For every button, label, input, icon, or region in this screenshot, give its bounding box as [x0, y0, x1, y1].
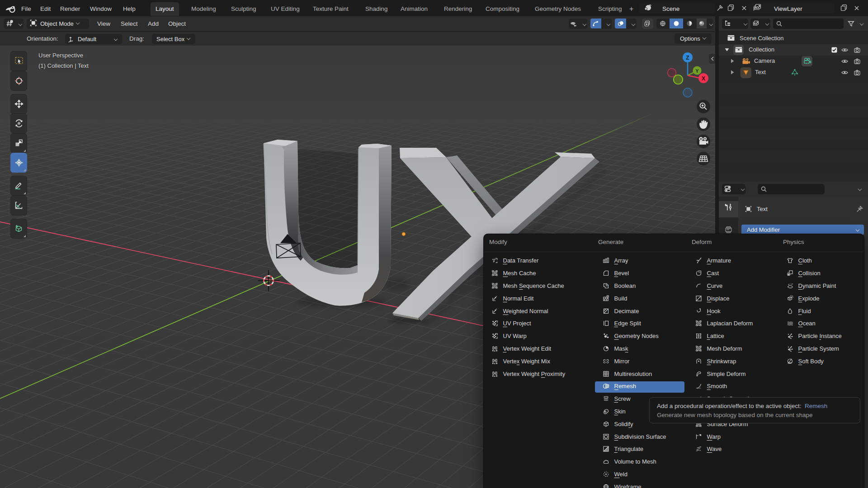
svg-text:Z: Z — [686, 55, 689, 61]
svg-text:X: X — [702, 75, 705, 82]
svg-text:Y: Y — [695, 68, 699, 74]
